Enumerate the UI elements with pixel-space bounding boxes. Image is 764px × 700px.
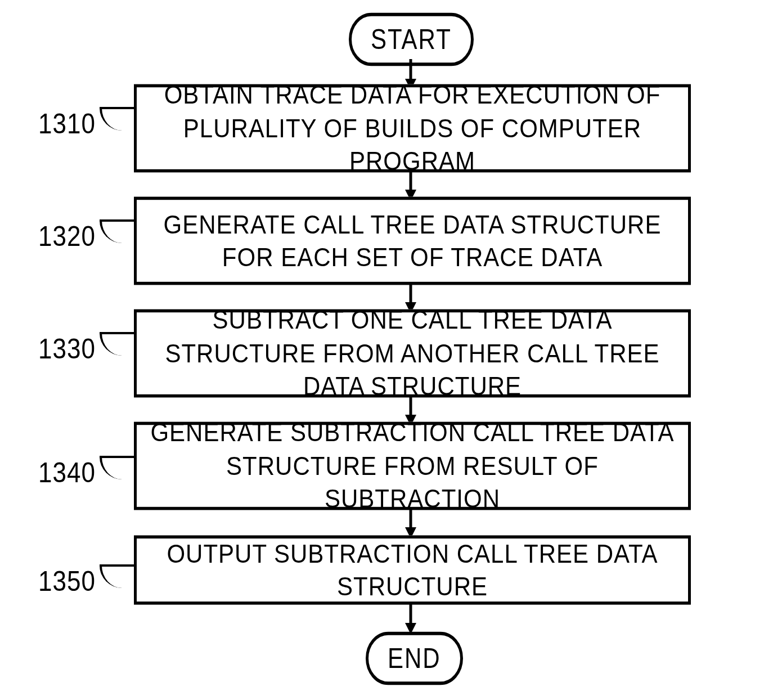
start-text: START bbox=[371, 24, 452, 55]
process-1340: GENERATE SUBTRACTION CALL TREE DATA STRU… bbox=[134, 422, 691, 510]
process-1350: OUTPUT SUBTRACTION CALL TREE DATA STRUCT… bbox=[134, 535, 691, 604]
process-1310-text: OBTAIN TRACE DATA FOR EXECUTION OF PLURA… bbox=[148, 79, 677, 178]
process-1340-text: GENERATE SUBTRACTION CALL TREE DATA STRU… bbox=[148, 416, 677, 515]
label-1320: 1320 bbox=[38, 220, 96, 253]
leader-1340 bbox=[100, 456, 136, 479]
leader-1320 bbox=[100, 219, 136, 243]
process-1330-text: SUBTRACT ONE CALL TREE DATA STRUCTURE FR… bbox=[148, 304, 677, 403]
label-1330: 1330 bbox=[38, 333, 96, 365]
process-1320: GENERATE CALL TREE DATA STRUCTURE FOR EA… bbox=[134, 197, 691, 285]
leader-1350 bbox=[100, 564, 136, 588]
leader-1310 bbox=[100, 107, 136, 131]
label-1340: 1340 bbox=[38, 456, 96, 489]
label-1310: 1310 bbox=[38, 107, 96, 140]
process-1320-text: GENERATE CALL TREE DATA STRUCTURE FOR EA… bbox=[148, 208, 677, 274]
end-terminator: END bbox=[366, 632, 463, 685]
label-1350: 1350 bbox=[38, 565, 96, 598]
start-terminator: START bbox=[349, 13, 474, 66]
end-text: END bbox=[388, 643, 441, 674]
leader-1330 bbox=[100, 332, 136, 356]
process-1350-text: OUTPUT SUBTRACTION CALL TREE DATA STRUCT… bbox=[148, 537, 677, 603]
process-1310: OBTAIN TRACE DATA FOR EXECUTION OF PLURA… bbox=[134, 84, 691, 173]
process-1330: SUBTRACT ONE CALL TREE DATA STRUCTURE FR… bbox=[134, 309, 691, 398]
